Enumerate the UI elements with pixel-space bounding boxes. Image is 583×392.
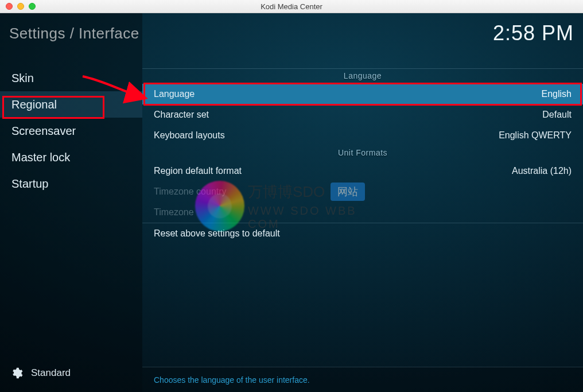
app-root: Settings / Interface 2:58 PM Skin Region… (0, 13, 583, 392)
sidebar-item-startup[interactable]: Startup (0, 170, 142, 197)
setting-label: Timezone (154, 207, 194, 218)
sidebar-item-label: Startup (11, 177, 48, 191)
window-titlebar: Kodi Media Center (0, 0, 583, 13)
hint-text: Chooses the language of the user interfa… (154, 375, 310, 385)
settings-panel: Language Language English Character set … (142, 13, 583, 392)
section-heading-unit-formats: Unit Formats (142, 146, 583, 161)
section-heading-language: Language (142, 69, 583, 84)
settings-level-label: Standard (31, 367, 71, 379)
setting-row-timezone-country: Timezone country (142, 181, 583, 202)
setting-row-language[interactable]: Language English (142, 84, 583, 104)
sidebar-item-screensaver[interactable]: Screensaver (0, 118, 142, 144)
sidebar-item-label: Screensaver (11, 125, 76, 138)
sidebar-item-label: Regional (11, 98, 57, 111)
sidebar-item-master-lock[interactable]: Master lock (0, 144, 142, 170)
window-title: Kodi Media Center (0, 2, 583, 11)
sidebar: Skin Regional Screensaver Master lock St… (0, 13, 142, 392)
gear-icon (10, 367, 23, 379)
sidebar-item-regional[interactable]: Regional (0, 91, 142, 118)
settings-level-button[interactable]: Standard (0, 354, 142, 392)
setting-value: Australia (12h) (512, 166, 572, 176)
setting-label: Reset above settings to default (154, 228, 280, 239)
setting-label: Language (154, 89, 195, 99)
setting-label: Keyboard layouts (154, 130, 225, 141)
setting-label: Timezone country (154, 187, 227, 197)
setting-label: Character set (154, 110, 209, 120)
setting-value: English (542, 89, 572, 99)
setting-row-timezone: Timezone (142, 202, 583, 223)
setting-value: Default (542, 110, 572, 120)
setting-row-reset-defaults[interactable]: Reset above settings to default (142, 223, 583, 244)
annotation-highlight-row (143, 83, 582, 106)
setting-label: Region default format (154, 166, 242, 176)
setting-row-character-set[interactable]: Character set Default (142, 104, 583, 125)
setting-row-region-default-format[interactable]: Region default format Australia (12h) (142, 161, 583, 181)
sidebar-item-skin[interactable]: Skin (0, 65, 142, 91)
sidebar-item-label: Skin (11, 72, 34, 85)
sidebar-item-label: Master lock (11, 151, 70, 164)
setting-row-keyboard-layouts[interactable]: Keyboard layouts English QWERTY (142, 125, 583, 146)
setting-value: English QWERTY (499, 130, 572, 141)
hint-bar: Chooses the language of the user interfa… (142, 367, 583, 392)
